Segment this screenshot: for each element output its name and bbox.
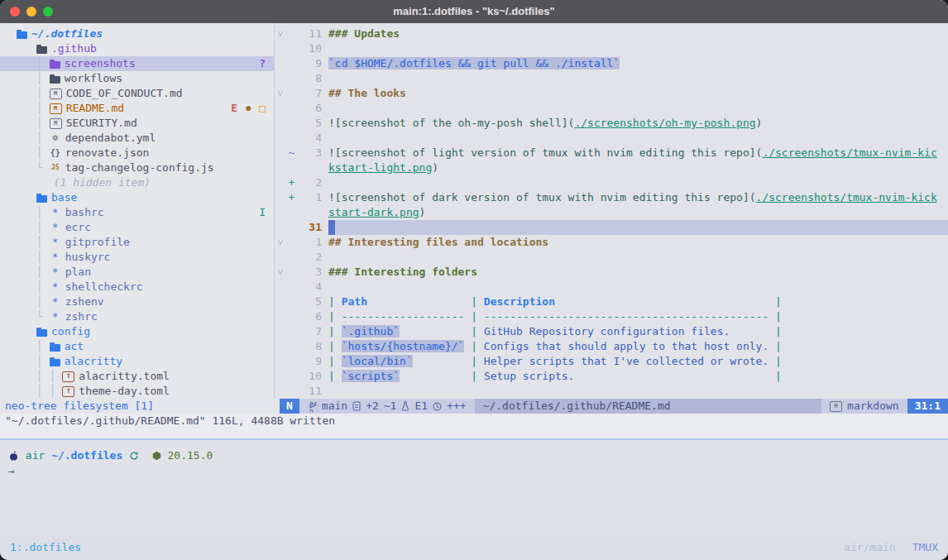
tree-item-tag-changelog-config.js[interactable]: └ JStag-changelog-config.js	[0, 160, 274, 175]
fold-chevron-icon[interactable]: ˅	[275, 26, 286, 41]
editor-line[interactable]: 10	[275, 41, 948, 56]
editor-line[interactable]: start-dark.png)	[275, 205, 948, 220]
line-text[interactable]: ![screenshot of light version of tmux wi…	[328, 146, 937, 160]
editor-line[interactable]: 31	[275, 220, 948, 235]
fold-chevron-icon[interactable]: ˅	[275, 265, 286, 280]
tree-item-label: act	[65, 339, 84, 354]
editor-line[interactable]: ˅3### Interesting folders	[275, 265, 948, 280]
line-number: 31	[297, 220, 322, 235]
editor-line[interactable]: 9| `local/bin` | Helper scripts that I'v…	[275, 354, 948, 369]
line-number: 3	[297, 146, 322, 160]
shell-pane[interactable]: air ~/.dotfiles 20.15.0 →	[0, 440, 948, 535]
fold-chevron-icon[interactable]: ˅	[275, 86, 286, 101]
tree-item-zshrc[interactable]: └ *zshrc	[0, 309, 274, 324]
tree-item-ecrc[interactable]: │ *ecrc	[0, 220, 274, 235]
line-text[interactable]: | ------------------- | ----------------…	[328, 309, 782, 324]
prompt-hostname: air	[26, 448, 45, 463]
tree-item-alacritty.toml[interactable]: │ │ Talacritty.toml	[0, 369, 274, 384]
tree-item-gitprofile[interactable]: │ *gitprofile	[0, 235, 274, 250]
vim-mode-indicator: N	[280, 399, 299, 414]
statusline-filepath: ~/.dotfiles/.github/README.md	[475, 399, 821, 414]
editor-line[interactable]: 6| ------------------- | ---------------…	[275, 309, 948, 324]
line-text[interactable]: ### Updates	[328, 26, 400, 41]
editor-line[interactable]: kstart-light.png)	[275, 160, 948, 175]
editor-line[interactable]: 11	[275, 384, 948, 399]
line-text[interactable]: ![screenshot of dark version of tmux wit…	[328, 190, 937, 205]
git-branch-name: main	[322, 399, 347, 414]
tree-item-dependabot.yml[interactable]: │ ⚙dependabot.yml	[0, 131, 274, 146]
editor-line[interactable]: +1![screenshot of dark version of tmux w…	[275, 190, 948, 205]
editor-line[interactable]: 5![screenshot of the oh-my-posh shell](.…	[275, 116, 948, 131]
editor-buffer[interactable]: ˅11### Updates109`cd $HOME/.dotfiles && …	[275, 23, 948, 399]
line-text[interactable]	[328, 220, 948, 235]
editor-line[interactable]: ˅11### Updates	[275, 26, 948, 41]
star-icon: *	[50, 235, 61, 250]
text-segment-plain	[574, 370, 768, 382]
clock-icon	[433, 402, 442, 411]
line-text[interactable]: ![screenshot of the oh-my-posh shell](./…	[328, 116, 762, 131]
line-number: 11	[297, 26, 322, 41]
tree-item-zshenv[interactable]: │ *zshenv	[0, 294, 274, 309]
indent-guide: │	[36, 294, 50, 309]
editor-line[interactable]: 2	[275, 250, 948, 265]
indent-guide: │	[36, 205, 50, 220]
tree-item-code-of-conduct.md[interactable]: │ MCODE_OF_CONDUCT.md	[0, 86, 274, 101]
tree-item-plan[interactable]: │ *plan	[0, 265, 274, 280]
tree-item-screenshots[interactable]: │ screenshots?	[0, 56, 274, 71]
text-segment-punct: |	[464, 355, 483, 367]
tree-item-renovate.json[interactable]: │ {}renovate.json	[0, 146, 274, 160]
editor-line[interactable]: ~3![screenshot of light version of tmux …	[275, 146, 948, 160]
line-text[interactable]: start-dark.png)	[328, 205, 425, 220]
line-text[interactable]: ### Interesting folders	[328, 265, 477, 280]
tree-item-bashrc[interactable]: │ *bashrcI	[0, 205, 274, 220]
line-number: 8	[297, 71, 322, 86]
tree-item-workflows[interactable]: │ workflows	[0, 71, 274, 86]
line-text[interactable]: ## The looks	[328, 86, 406, 101]
text-segment-url: kstart-light.png	[328, 161, 432, 174]
star-icon: *	[50, 265, 61, 280]
editor-line[interactable]: 5| Path | Description |	[275, 294, 948, 309]
fold-chevron-icon[interactable]: ˅	[275, 235, 286, 250]
editor-line[interactable]: 8| `hosts/{hostname}/` | Configs that sh…	[275, 339, 948, 354]
editor-line[interactable]: 9`cd $HOME/.dotfiles && git pull && ./in…	[275, 56, 948, 71]
tmux-status-bar: 1:.dotfiles air/main TMUX	[0, 535, 948, 560]
line-number: 6	[297, 101, 322, 116]
tree-item-act[interactable]: │ act	[0, 339, 274, 354]
tmux-session-window[interactable]: 1:.dotfiles	[10, 540, 81, 555]
text-segment-mdtxt: )	[419, 206, 426, 218]
cursor-block	[328, 220, 335, 235]
tree-item-theme-day.toml[interactable]: │ │ Ttheme-day.toml	[0, 384, 274, 399]
editor-line[interactable]: 10| `scripts` | Setup scripts. |	[275, 369, 948, 384]
tree-item-.github[interactable]: .github	[0, 41, 274, 56]
line-text[interactable]: | Path | Description |	[328, 294, 782, 309]
tree-item--1-hidden-item-[interactable]: (1 hidden item)	[0, 175, 274, 190]
tree-item-huskyrc[interactable]: │ *huskyrc	[0, 250, 274, 265]
markdown-icon: M	[830, 401, 842, 412]
line-text[interactable]: kstart-light.png)	[328, 160, 438, 175]
tree-item-readme.md[interactable]: │ MREADME.mdE●□	[0, 101, 274, 116]
line-text[interactable]: | `hosts/{hostname}/` | Configs that sho…	[328, 339, 782, 354]
tree-item-alacritty[interactable]: │ alacritty	[0, 354, 274, 369]
tree-item--.dotfiles[interactable]: ~/.dotfiles	[0, 26, 274, 41]
line-text[interactable]: `cd $HOME/.dotfiles && git pull && ./ins…	[328, 56, 620, 71]
line-text[interactable]: | `local/bin` | Helper scripts that I've…	[328, 354, 782, 369]
tree-item-base[interactable]: base	[0, 190, 274, 205]
line-text[interactable]: | `.github` | GitHub Repository configur…	[328, 324, 782, 339]
vim-command-line[interactable]: "~/.dotfiles/.github/README.md" 116L, 44…	[0, 414, 948, 428]
editor-line[interactable]: +2	[275, 175, 948, 190]
tree-item-shellcheckrc[interactable]: │ *shellcheckrc	[0, 280, 274, 294]
line-text[interactable]: ## Interesting files and locations	[328, 235, 548, 250]
text-segment-punct: ----------------------------------------…	[484, 310, 768, 323]
tree-item-config[interactable]: config	[0, 324, 274, 339]
editor-line[interactable]: 4	[275, 280, 948, 294]
gear-icon: ⚙	[50, 131, 61, 146]
tree-item-security.md[interactable]: │ MSECURITY.md	[0, 116, 274, 131]
editor-line[interactable]: 4	[275, 131, 948, 146]
editor-line[interactable]: ˅7## The looks	[275, 86, 948, 101]
line-text[interactable]: | `scripts` | Setup scripts. |	[328, 369, 782, 384]
line-number: 4	[297, 280, 322, 294]
editor-line[interactable]: 6	[275, 101, 948, 116]
editor-line[interactable]: 8	[275, 71, 948, 86]
editor-line[interactable]: 7| `.github` | GitHub Repository configu…	[275, 324, 948, 339]
editor-line[interactable]: ˅1## Interesting files and locations	[275, 235, 948, 250]
